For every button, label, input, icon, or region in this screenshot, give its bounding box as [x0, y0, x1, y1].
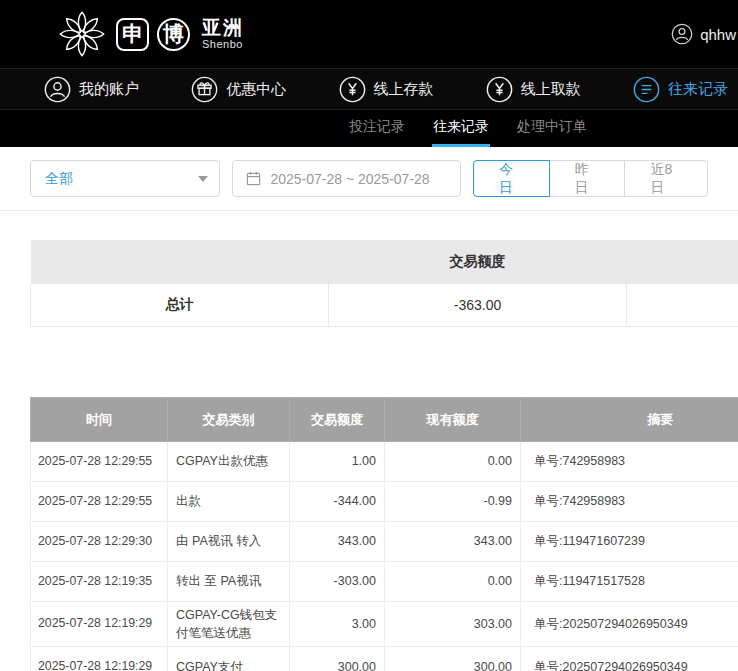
summary-header-empty [627, 240, 738, 284]
tab-betting-records[interactable]: 投注记录 [348, 110, 406, 147]
cell-summary: 单号:119471607239 [521, 522, 738, 562]
brand-char-shen: 申 [116, 18, 149, 51]
brand-logo[interactable]: 申 博 亚洲 Shenbo [56, 8, 244, 60]
brand-latin-label: Shenbo [202, 38, 244, 50]
cell-summary: 单号:119471517528 [521, 562, 738, 602]
cell-type: 转出 至 PA视讯 [168, 562, 290, 602]
cell-type: 由 PA视讯 转入 [168, 522, 290, 562]
records-tab-bar: 投注记录 往来记录 处理中订单 [0, 110, 738, 147]
brand-wordmark: 亚洲 Shenbo [202, 18, 244, 51]
type-filter-value: 全部 [45, 170, 73, 188]
tab-processing-orders[interactable]: 处理中订单 [516, 110, 588, 147]
today-button[interactable]: 今日 [473, 160, 550, 197]
withdraw-coin-icon [486, 76, 513, 103]
cell-time: 2025-07-28 12:29:30 [31, 522, 168, 562]
nav-item-transaction-records[interactable]: 往来记录 [633, 76, 728, 103]
deposit-coin-icon [339, 76, 366, 103]
cell-balance: -0.99 [385, 482, 521, 522]
column-header-balance: 现有额度 [385, 398, 521, 442]
top-header: 申 博 亚洲 Shenbo qhhw [0, 0, 738, 68]
cell-time: 2025-07-28 12:29:55 [31, 442, 168, 482]
cell-time: 2025-07-28 12:29:55 [31, 482, 168, 522]
divider [0, 210, 738, 211]
column-header-type: 交易类别 [168, 398, 290, 442]
cell-amount: 1.00 [290, 442, 385, 482]
summary-header-row: 交易额度 [31, 240, 738, 284]
username: qhhw [700, 26, 736, 43]
tab-transaction-records[interactable]: 往来记录 [432, 110, 490, 147]
cell-balance: 0.00 [385, 442, 521, 482]
tab-label: 往来记录 [433, 118, 489, 136]
calendar-icon [246, 171, 261, 186]
transaction-row: 2025-07-28 12:29:55 CGPAY出款优惠 1.00 0.00 … [31, 442, 738, 482]
cell-type: CGPAY出款优惠 [168, 442, 290, 482]
tab-label: 处理中订单 [517, 118, 587, 136]
gift-circle-icon [191, 76, 218, 103]
quick-range-group: 今日 昨日 近8日 [473, 160, 708, 197]
transaction-row: 2025-07-28 12:19:29 CGPAY-CG钱包支付笔笔送优惠 3.… [31, 602, 738, 647]
summary-total-label: 总计 [31, 284, 329, 327]
column-header-amount: 交易额度 [290, 398, 385, 442]
cell-amount: 343.00 [290, 522, 385, 562]
filter-bar: 全部 2025-07-28 ~ 2025-07-28 今日 昨日 [30, 160, 708, 197]
chevron-down-icon [198, 176, 208, 182]
summary-empty-cell [627, 284, 738, 327]
nav-item-promotions[interactable]: 优惠中心 [191, 76, 286, 103]
summary-total-value: -363.00 [329, 284, 627, 327]
summary-total-row: 总计 -363.00 [31, 284, 738, 327]
transactions-body: 2025-07-28 12:29:55 CGPAY出款优惠 1.00 0.00 … [31, 442, 738, 671]
cell-summary: 单号:202507294026950349 [521, 647, 738, 671]
user-avatar-icon [671, 23, 693, 45]
cell-amount: 3.00 [290, 602, 385, 647]
cell-time: 2025-07-28 12:19:29 [31, 602, 168, 647]
cell-type: 出款 [168, 482, 290, 522]
cell-balance: 343.00 [385, 522, 521, 562]
cell-amount: -344.00 [290, 482, 385, 522]
user-circle-icon [44, 76, 71, 103]
cell-amount: -303.00 [290, 562, 385, 602]
transaction-row: 2025-07-28 12:29:55 出款 -344.00 -0.99 单号:… [31, 482, 738, 522]
cell-time: 2025-07-28 12:19:35 [31, 562, 168, 602]
transaction-row: 2025-07-28 12:19:29 CGPAY支付 300.00 300.0… [31, 647, 738, 671]
tab-label: 投注记录 [349, 118, 405, 136]
cell-balance: 303.00 [385, 602, 521, 647]
nav-label: 往来记录 [668, 80, 728, 99]
main-navigation: 我的账户 优惠中心 线上存款 线上取款 [0, 68, 738, 110]
nav-label: 我的账户 [79, 80, 139, 99]
cell-balance: 300.00 [385, 647, 521, 671]
date-range-picker[interactable]: 2025-07-28 ~ 2025-07-28 [232, 160, 461, 197]
user-account[interactable]: qhhw [671, 23, 736, 45]
nav-item-online-deposit[interactable]: 线上存款 [339, 76, 434, 103]
cell-amount: 300.00 [290, 647, 385, 671]
summary-header-amount: 交易额度 [329, 240, 627, 284]
page: 申 博 亚洲 Shenbo qhhw 我的账户 [0, 0, 738, 671]
brand-char-bo: 博 [157, 18, 190, 51]
column-header-summary: 摘要 [521, 398, 738, 442]
content-area: 全部 2025-07-28 ~ 2025-07-28 今日 昨日 [0, 160, 738, 671]
last-8-days-button-label: 近8日 [650, 161, 682, 197]
transaction-row: 2025-07-28 12:29:30 由 PA视讯 转入 343.00 343… [31, 522, 738, 562]
cell-type: CGPAY-CG钱包支付笔笔送优惠 [168, 602, 290, 647]
brand-region-label: 亚洲 [202, 18, 244, 39]
nav-item-online-withdrawal[interactable]: 线上取款 [486, 76, 581, 103]
date-range-value: 2025-07-28 ~ 2025-07-28 [270, 171, 429, 187]
cell-summary: 单号:742958983 [521, 442, 738, 482]
nav-label: 线上存款 [374, 80, 434, 99]
type-filter-select[interactable]: 全部 [30, 160, 220, 197]
last-8-days-button[interactable]: 近8日 [624, 160, 708, 197]
column-header-time: 时间 [31, 398, 168, 442]
transactions-header-row: 时间 交易类别 交易额度 现有额度 摘要 [31, 398, 738, 442]
cell-summary: 单号:202507294026950349 [521, 602, 738, 647]
lotus-logo-icon [56, 8, 108, 60]
transactions-table: 时间 交易类别 交易额度 现有额度 摘要 2025-07-28 12:29:55… [30, 397, 738, 671]
cell-type: CGPAY支付 [168, 647, 290, 671]
nav-label: 线上取款 [521, 80, 581, 99]
today-button-label: 今日 [499, 161, 524, 197]
transaction-row: 2025-07-28 12:19:35 转出 至 PA视讯 -303.00 0.… [31, 562, 738, 602]
summary-table: 交易额度 总计 -363.00 [30, 240, 738, 327]
nav-label: 优惠中心 [226, 80, 286, 99]
cell-balance: 0.00 [385, 562, 521, 602]
nav-item-my-account[interactable]: 我的账户 [44, 76, 139, 103]
yesterday-button[interactable]: 昨日 [549, 160, 626, 197]
records-circle-icon [633, 76, 660, 103]
